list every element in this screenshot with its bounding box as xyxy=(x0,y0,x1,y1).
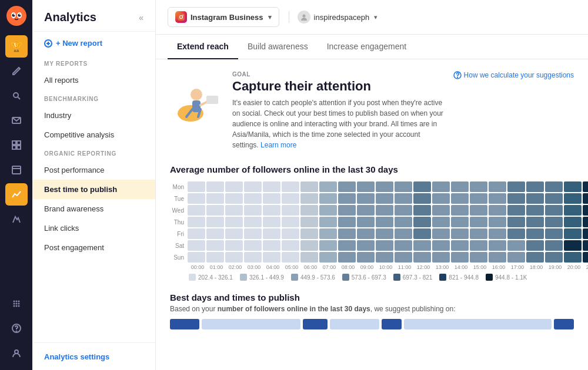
sidebar-item-post-engagement[interactable]: Post engagement xyxy=(32,238,155,257)
streams-nav-icon[interactable] xyxy=(5,134,28,156)
heatmap-cell xyxy=(282,181,299,192)
heatmap-cell xyxy=(489,181,506,192)
heatmap-cell xyxy=(206,252,224,263)
new-report-button[interactable]: + New report xyxy=(32,32,155,55)
heatmap-row: Thu xyxy=(170,217,574,227)
legend-item: 697.3 - 821 xyxy=(393,274,433,281)
heatmap-cell xyxy=(225,228,243,239)
heatmap-cell xyxy=(432,240,450,251)
sidebar-footer: Analytics settings xyxy=(32,342,155,370)
tab-build-awareness[interactable]: Build awareness xyxy=(238,35,318,59)
heatmap-cell xyxy=(244,240,262,251)
heatmap-cell xyxy=(451,181,469,192)
heatmap-cell xyxy=(319,193,337,204)
sidebar-item-brand-awareness[interactable]: Brand awareness xyxy=(32,199,155,218)
learn-more-link[interactable]: Learn more xyxy=(260,141,296,149)
heatmap-cell xyxy=(395,205,412,216)
sidebar-item-all-reports[interactable]: All reports xyxy=(32,70,155,90)
heatmap-cell xyxy=(413,240,431,251)
inbox-nav-icon[interactable] xyxy=(5,109,28,132)
heatmap-cell xyxy=(300,205,318,216)
analytics-settings-link[interactable]: Analytics settings xyxy=(44,352,109,361)
heatmap-cell xyxy=(206,193,224,204)
heatmap-hour-label: 05:00 xyxy=(283,264,300,270)
heatmap-cell xyxy=(319,205,337,216)
section-organic-reporting: ORGANIC REPORTING xyxy=(32,144,155,160)
tab-increase-engagement[interactable]: Increase engagement xyxy=(318,35,416,59)
heatmap-cell xyxy=(451,217,469,227)
heatmap-hour-label: 03:00 xyxy=(245,264,263,270)
apps-nav-icon[interactable] xyxy=(5,292,28,315)
sidebar-item-post-performance[interactable]: Post performance xyxy=(32,160,155,180)
heatmap-cell xyxy=(432,181,450,192)
heatmap-grid: MonTueWedThuFriSatSun xyxy=(170,181,574,263)
heatmap-cell xyxy=(300,181,318,192)
campaigns-nav-icon[interactable] xyxy=(5,208,28,230)
heatmap-cell xyxy=(432,252,450,263)
heatmap-cell xyxy=(376,205,393,216)
compose-nav-icon[interactable] xyxy=(5,60,28,82)
account-label: inspiredspaceph xyxy=(314,13,370,22)
svg-point-36 xyxy=(302,15,305,18)
heatmap-cell xyxy=(244,228,262,239)
sidebar-collapse-btn[interactable]: « xyxy=(139,13,143,22)
heatmap-cell xyxy=(206,228,224,239)
svg-point-20 xyxy=(18,301,19,302)
search-nav-icon[interactable] xyxy=(5,85,28,107)
legend-swatch xyxy=(342,274,349,281)
heatmap-cell xyxy=(526,205,544,216)
profile-nav-icon[interactable] xyxy=(5,342,28,364)
heatmap-cell xyxy=(545,193,563,204)
analytics-nav-icon[interactable] xyxy=(5,183,28,206)
heatmap-hour-label: 19:00 xyxy=(546,264,564,270)
svg-line-8 xyxy=(18,97,20,99)
heatmap-cell xyxy=(188,193,205,204)
heatmap-cell xyxy=(319,228,337,239)
heatmap-cell xyxy=(206,217,224,227)
sidebar: Analytics « + New report MY REPORTS All … xyxy=(32,0,156,370)
heatmap-day-label: Mon xyxy=(170,184,186,190)
content-area: GOAL Capture their attention It's easier… xyxy=(156,59,588,370)
calendar-nav-icon[interactable] xyxy=(5,159,28,181)
account-selector[interactable]: inspiredspaceph ▾ xyxy=(289,11,378,23)
best-days-description: Based on your number of followers online… xyxy=(170,305,574,313)
legend-swatch xyxy=(291,274,298,281)
main-content: Instagram Business ▾ inspiredspaceph ▾ E… xyxy=(156,0,588,370)
heatmap-cell xyxy=(282,205,299,216)
heatmap-cell xyxy=(413,252,431,263)
heatmap-cell xyxy=(395,181,412,192)
heatmap-cell xyxy=(357,252,375,263)
tab-extend-reach[interactable]: Extend reach xyxy=(168,35,238,59)
heatmap-cell xyxy=(244,205,262,216)
heatmap-hour-label: 02:00 xyxy=(226,264,244,270)
sidebar-item-best-time[interactable]: Best time to publish xyxy=(32,180,155,199)
svg-point-45 xyxy=(457,77,457,78)
heatmap-legend: 202.4 - 326.1326.1 - 449.9449.9 - 573.65… xyxy=(189,274,574,281)
heatmap-cell xyxy=(413,193,431,204)
heatmap-cell xyxy=(357,228,375,239)
sidebar-item-link-clicks[interactable]: Link clicks xyxy=(32,218,155,238)
heatmap-cell xyxy=(470,217,487,227)
heatmap-cell xyxy=(282,193,299,204)
heatmap-cell xyxy=(583,205,588,216)
trophy-nav-icon[interactable]: 🏆 xyxy=(5,35,28,58)
heatmap-cell xyxy=(413,205,431,216)
heatmap-cell xyxy=(451,193,469,204)
heatmap-hour-label: 20:00 xyxy=(565,264,583,270)
sidebar-item-competitive-analysis[interactable]: Competitive analysis xyxy=(32,125,155,144)
heatmap-cell xyxy=(263,193,280,204)
heatmap-cell xyxy=(413,181,431,192)
legend-range: 573.6 - 697.3 xyxy=(352,274,386,281)
heatmap-cell xyxy=(432,228,450,239)
heatmap-cell xyxy=(451,252,469,263)
heatmap-cell xyxy=(489,193,506,204)
heatmap-cell xyxy=(451,228,469,239)
legend-range: 202.4 - 326.1 xyxy=(198,274,233,281)
how-we-calculate-link[interactable]: How we calculate your suggestions xyxy=(453,71,574,79)
sidebar-item-industry[interactable]: Industry xyxy=(32,106,155,125)
svg-point-7 xyxy=(14,93,18,97)
best-day-bar xyxy=(404,319,552,329)
platform-selector[interactable]: Instagram Business ▾ xyxy=(168,7,279,27)
heatmap-hour-label: 13:00 xyxy=(433,264,451,270)
help-nav-icon[interactable] xyxy=(5,317,28,339)
